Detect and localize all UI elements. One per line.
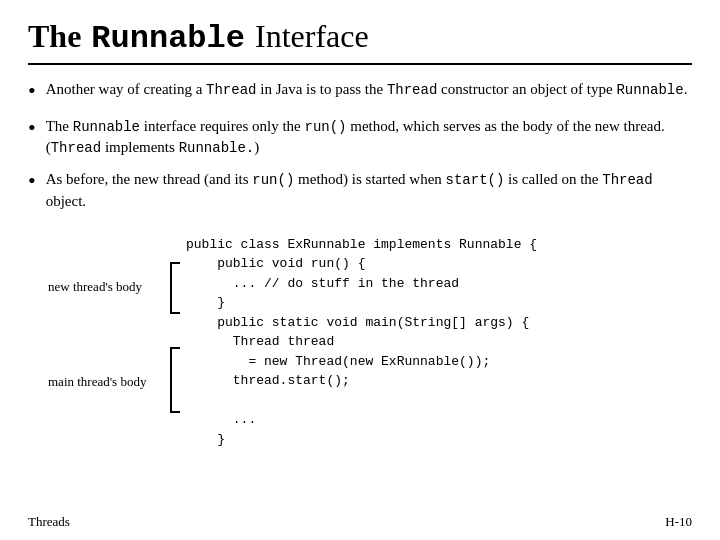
title-row: The Runnable Interface (28, 18, 692, 57)
bracket-main-thread (170, 347, 180, 413)
bullet-item-1: • Another way of creating a Thread in Ja… (28, 79, 692, 106)
bullet-text-2: The Runnable interface requires only the… (46, 116, 692, 160)
bullet-section: • Another way of creating a Thread in Ja… (28, 79, 692, 213)
bullet-text-1: Another way of creating a Thread in Java… (46, 79, 688, 101)
footer-right: H-10 (665, 514, 692, 530)
bullet-text-3: As before, the new thread (and its run()… (46, 169, 692, 213)
bracket-and-code: public class ExRunnable implements Runna… (168, 235, 692, 510)
title-divider (28, 63, 692, 65)
title-the: The (28, 18, 81, 55)
bullet-dot-2: • (28, 114, 36, 143)
footer: Threads H-10 (28, 510, 692, 530)
bullet-item-3: • As before, the new thread (and its run… (28, 169, 692, 213)
title-interface: Interface (255, 18, 369, 55)
footer-left: Threads (28, 514, 70, 530)
slide-container: The Runnable Interface • Another way of … (0, 0, 720, 540)
bracket-new-thread (170, 262, 180, 314)
title-runnable: Runnable (91, 20, 245, 57)
code-section: new thread's body main thread's body pub… (48, 235, 692, 510)
code-labels: new thread's body main thread's body (48, 235, 168, 510)
brackets-col (168, 235, 186, 510)
code-block: public class ExRunnable implements Runna… (186, 235, 692, 510)
label-new-thread: new thread's body (48, 257, 168, 317)
bullet-dot-1: • (28, 77, 36, 106)
label-main-thread: main thread's body (48, 347, 168, 417)
bullet-item-2: • The Runnable interface requires only t… (28, 116, 692, 160)
bullet-dot-3: • (28, 167, 36, 196)
